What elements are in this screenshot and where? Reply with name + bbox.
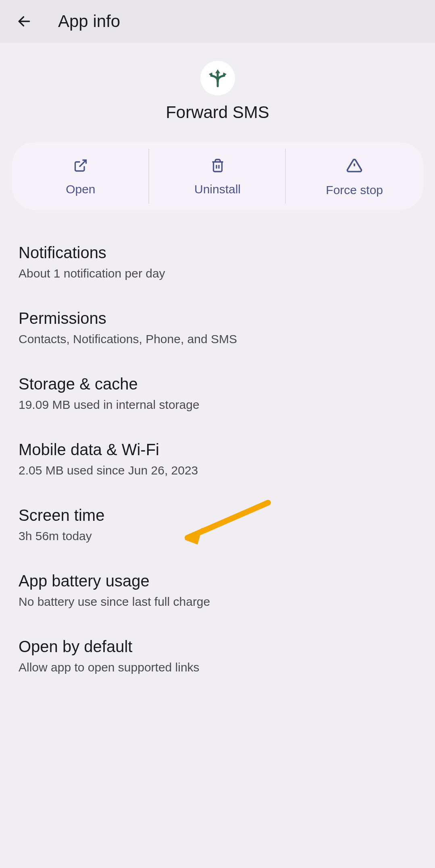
setting-title: Permissions: [19, 309, 416, 327]
setting-title: Open by default: [19, 638, 416, 656]
app-icon: [200, 61, 235, 95]
notifications-item[interactable]: Notifications About 1 notification per d…: [19, 230, 416, 296]
setting-title: App battery usage: [19, 572, 416, 590]
setting-subtitle: 2.05 MB used since Jun 26, 2023: [19, 462, 416, 479]
svg-line-1: [79, 160, 86, 167]
back-arrow-icon: [17, 14, 32, 29]
setting-subtitle: About 1 notification per day: [19, 265, 416, 282]
setting-title: Notifications: [19, 244, 416, 262]
uninstall-button[interactable]: Uninstall: [149, 142, 286, 210]
trash-icon: [210, 158, 225, 174]
setting-subtitle: 3h 56m today: [19, 528, 416, 545]
back-button[interactable]: [15, 12, 34, 31]
open-by-default-item[interactable]: Open by default Allow app to open suppor…: [19, 624, 416, 690]
setting-title: Screen time: [19, 506, 416, 524]
force-stop-label: Force stop: [326, 183, 383, 197]
app-header-section: Forward SMS: [0, 43, 435, 142]
forward-arrows-icon: [205, 65, 231, 91]
settings-list: Notifications About 1 notification per d…: [0, 210, 435, 690]
mobile-data-wifi-item[interactable]: Mobile data & Wi-Fi 2.05 MB used since J…: [19, 427, 416, 493]
setting-title: Mobile data & Wi-Fi: [19, 441, 416, 459]
force-stop-button[interactable]: Force stop: [286, 142, 423, 210]
storage-cache-item[interactable]: Storage & cache 19.09 MB used in interna…: [19, 361, 416, 427]
open-button[interactable]: Open: [12, 142, 149, 210]
setting-subtitle: No battery use since last full charge: [19, 593, 416, 610]
screen-time-item[interactable]: Screen time 3h 56m today: [19, 493, 416, 558]
action-buttons-row: Open Uninstall Force stop: [12, 142, 423, 210]
app-name: Forward SMS: [166, 103, 269, 122]
setting-title: Storage & cache: [19, 375, 416, 393]
setting-subtitle: 19.09 MB used in internal storage: [19, 396, 416, 413]
app-battery-usage-item[interactable]: App battery usage No battery use since l…: [19, 558, 416, 624]
open-label: Open: [66, 182, 95, 196]
open-icon: [73, 158, 88, 174]
page-title: App info: [58, 12, 120, 31]
permissions-item[interactable]: Permissions Contacts, Notifications, Pho…: [19, 296, 416, 361]
setting-subtitle: Contacts, Notifications, Phone, and SMS: [19, 331, 416, 348]
uninstall-label: Uninstall: [194, 182, 241, 196]
setting-subtitle: Allow app to open supported links: [19, 659, 416, 676]
warning-icon: [346, 157, 362, 175]
header: App info: [0, 0, 435, 43]
